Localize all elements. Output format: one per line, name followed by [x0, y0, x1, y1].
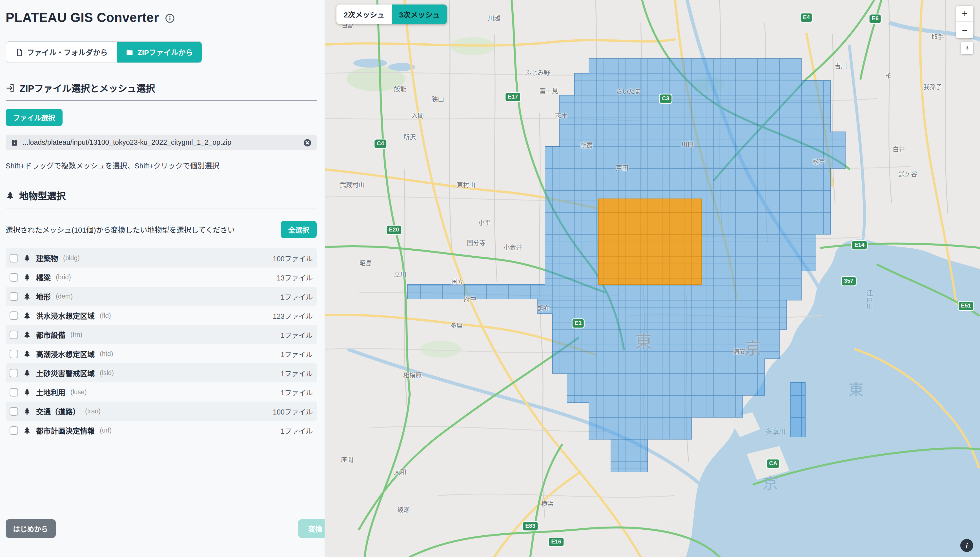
- zip-section-title: ZIPファイル選択とメッシュ選択: [20, 81, 155, 94]
- feature-code: (lsld): [100, 370, 114, 376]
- feature-code: (dem): [56, 293, 73, 300]
- feature-checkbox-dem[interactable]: [10, 292, 18, 300]
- feature-count: 1ファイル: [280, 329, 313, 340]
- tree-icon: [23, 254, 31, 262]
- feature-code: (fld): [100, 312, 111, 319]
- feature-name: 橋梁: [36, 272, 51, 282]
- zoom-in-button[interactable]: +: [956, 6, 973, 22]
- import-icon: [6, 83, 15, 93]
- select-all-button[interactable]: 全選択: [281, 221, 317, 238]
- feature-row-luse[interactable]: 土地利用(luse)1ファイル: [6, 383, 317, 402]
- attribution-button[interactable]: i: [960, 539, 973, 552]
- feature-code: (htd): [100, 350, 113, 357]
- restart-button[interactable]: はじめから: [6, 519, 55, 538]
- feature-checkbox-tran[interactable]: [10, 407, 18, 415]
- tree-icon: [23, 388, 31, 396]
- zip-file-icon: [11, 139, 18, 146]
- document-icon: [15, 48, 23, 56]
- feature-name: 都市計画決定情報: [36, 425, 95, 436]
- map-canvas[interactable]: 川越日高飯能狭山入間所沢ふじみ野富士見志木朝霞戸田川口さいたま吉川柏我孫子取手白…: [325, 0, 980, 557]
- feature-count: 1ファイル: [280, 425, 313, 436]
- feature-row-frn[interactable]: 都市設備(frn)1ファイル: [6, 325, 317, 344]
- feature-row-lsld[interactable]: 土砂災害警戒区域(lsld)1ファイル: [6, 363, 317, 383]
- feature-code: (brid): [56, 274, 71, 280]
- tree-icon: [23, 311, 31, 319]
- feature-count: 100ファイル: [273, 406, 313, 417]
- feature-checkbox-frn[interactable]: [10, 330, 18, 339]
- tab-mesh-secondary[interactable]: 2次メッシュ: [336, 5, 392, 24]
- folder-icon: [126, 48, 134, 56]
- feature-checkbox-brid[interactable]: [10, 273, 18, 281]
- compass-icon: [964, 44, 971, 52]
- feature-code: (luse): [70, 389, 87, 395]
- tab-file-folder[interactable]: ファイル・フォルダから: [6, 42, 117, 62]
- map-image: [325, 0, 980, 557]
- tree-icon: [6, 191, 15, 200]
- tree-icon: [23, 273, 31, 281]
- feature-name: 都市設備: [36, 329, 65, 340]
- feature-section-header: 地物型選択: [6, 189, 317, 208]
- tab-file-folder-label: ファイル・フォルダから: [27, 47, 108, 57]
- mesh-selection-hint: Shift+ドラッグで複数メッシュを選択、Shift+クリックで個別選択: [6, 160, 317, 171]
- feature-count: 1ファイル: [280, 291, 313, 301]
- feature-count: 123ファイル: [273, 310, 313, 321]
- feature-checkbox-fld[interactable]: [10, 311, 18, 319]
- feature-row-urf[interactable]: 都市計画決定情報(urf)1ファイル: [6, 421, 317, 440]
- feature-row-bldg[interactable]: 建築物(bldg)100ファイル: [6, 248, 317, 267]
- feature-list: 建築物(bldg)100ファイル橋梁(brid)13ファイル地形(dem)1ファ…: [6, 248, 317, 440]
- feature-name: 地形: [36, 291, 51, 301]
- feature-row-brid[interactable]: 橋梁(brid)13ファイル: [6, 267, 317, 287]
- feature-code: (frn): [70, 331, 82, 338]
- feature-count: 1ファイル: [280, 387, 313, 397]
- sidebar: PLATEAU GIS Converter ファイル・フォルダから: [0, 0, 325, 557]
- feature-description-row: 選択されたメッシュ(101個)から変換したい地物型を選択してください 全選択: [6, 221, 317, 238]
- feature-count: 100ファイル: [273, 252, 313, 263]
- feature-checkbox-bldg[interactable]: [10, 254, 18, 262]
- file-select-button[interactable]: ファイル選択: [6, 109, 62, 126]
- feature-checkbox-urf[interactable]: [10, 426, 18, 435]
- feature-row-dem[interactable]: 地形(dem)1ファイル: [6, 287, 317, 306]
- tree-icon: [23, 369, 31, 377]
- convert-button[interactable]: 変換: [298, 519, 325, 538]
- feature-checkbox-lsld[interactable]: [10, 369, 18, 377]
- zip-section-header: ZIPファイル選択とメッシュ選択: [6, 81, 317, 101]
- file-path: ...loads/plateau/input/13100_tokyo23-ku_…: [23, 138, 299, 147]
- feature-name: 高潮浸水想定区域: [36, 349, 95, 359]
- feature-name: 洪水浸水想定区域: [36, 310, 95, 321]
- zoom-out-button[interactable]: −: [956, 22, 973, 38]
- feature-row-fld[interactable]: 洪水浸水想定区域(fld)123ファイル: [6, 306, 317, 325]
- tree-icon: [23, 331, 31, 339]
- plateau-gis-converter-window: PLATEAU GIS Converter ファイル・フォルダから: [0, 0, 980, 557]
- feature-code: (tran): [85, 408, 101, 415]
- close-icon: [303, 138, 311, 147]
- feature-row-htd[interactable]: 高潮浸水想定区域(htd)1ファイル: [6, 344, 317, 363]
- feature-count: 1ファイル: [280, 349, 313, 359]
- app-title: PLATEAU GIS Converter: [6, 10, 159, 25]
- info-icon[interactable]: [165, 13, 175, 24]
- feature-name: 建築物: [36, 252, 58, 263]
- feature-code: (bldg): [63, 254, 80, 261]
- feature-checkbox-htd[interactable]: [10, 349, 18, 358]
- clear-file-button[interactable]: [303, 138, 311, 147]
- tab-zip-label: ZIPファイルから: [137, 47, 193, 57]
- feature-name: 土地利用: [36, 387, 65, 397]
- sidebar-footer: はじめから 変換: [6, 519, 325, 538]
- tree-icon: [23, 350, 31, 358]
- tree-icon: [23, 426, 31, 434]
- feature-row-tran[interactable]: 交通（道路）(tran)100ファイル: [6, 402, 317, 421]
- tree-icon: [23, 292, 31, 300]
- tab-mesh-tertiary[interactable]: 3次メッシュ: [392, 5, 447, 24]
- feature-checkbox-luse[interactable]: [10, 388, 18, 396]
- compass-button[interactable]: [961, 42, 973, 54]
- feature-name: 土砂災害警戒区域: [36, 368, 95, 378]
- tab-zip[interactable]: ZIPファイルから: [117, 42, 202, 62]
- selected-file-row: ...loads/plateau/input/13100_tokyo23-ku_…: [6, 135, 317, 150]
- feature-name: 交通（道路）: [36, 406, 80, 417]
- feature-count: 1ファイル: [280, 368, 313, 378]
- mesh-level-tabs: 2次メッシュ 3次メッシュ: [336, 5, 447, 24]
- feature-section-title: 地物型選択: [19, 189, 66, 202]
- feature-count: 13ファイル: [277, 272, 313, 282]
- selected-mesh-overlay: [598, 199, 701, 284]
- title-row: PLATEAU GIS Converter: [6, 10, 317, 25]
- feature-code: (urf): [100, 427, 112, 434]
